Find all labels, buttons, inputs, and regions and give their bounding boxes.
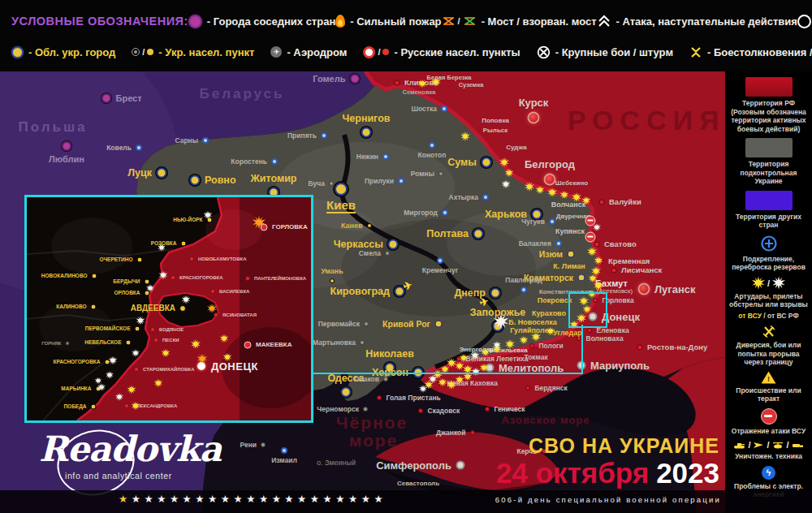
bursts-icon: / bbox=[752, 277, 785, 290]
city-label: Донецк bbox=[211, 361, 258, 372]
explosion-icon bbox=[95, 377, 102, 385]
city-dot bbox=[91, 304, 97, 310]
sidebar-item-text: Диверсия, бои или попытка прорыва через … bbox=[728, 341, 810, 367]
city-dot bbox=[171, 275, 175, 280]
city-label: Красногоровка bbox=[179, 275, 223, 280]
city-dot bbox=[482, 194, 489, 200]
legend-item-label: - Мост / взорван. мост bbox=[482, 15, 597, 28]
inset-connector-horizontal bbox=[309, 373, 583, 374]
city-label: Калиново bbox=[56, 304, 86, 310]
explosion-icon bbox=[191, 339, 201, 349]
city-label: Изюм bbox=[539, 250, 563, 259]
star-icon: ★ bbox=[157, 494, 166, 505]
star-icon: ★ bbox=[335, 494, 344, 505]
city-dot bbox=[360, 340, 365, 345]
region-label: Польша bbox=[18, 119, 87, 136]
star-icon: ★ bbox=[132, 494, 140, 505]
city-dot bbox=[486, 364, 495, 373]
star-icon: ★ bbox=[348, 494, 357, 505]
city-label: Авдеевка bbox=[131, 304, 175, 313]
explosion-icon bbox=[220, 334, 229, 343]
star-icon: ★ bbox=[374, 494, 382, 505]
city-dot bbox=[442, 209, 448, 216]
city-label: Орловка bbox=[114, 291, 140, 296]
legend-item-attack: - Атака, наступательные действия bbox=[597, 15, 797, 28]
city-dot bbox=[435, 321, 443, 328]
city-label: Чернигов bbox=[343, 114, 391, 124]
city-dot bbox=[91, 404, 97, 410]
date-day-month: 24 октября bbox=[496, 457, 649, 489]
city-dot bbox=[482, 157, 492, 168]
city-label: Водяное bbox=[159, 327, 184, 332]
city-label: Первомайск bbox=[318, 321, 360, 328]
city-dot bbox=[473, 229, 484, 239]
explosion-icon bbox=[115, 393, 123, 401]
artillery-rf-icon bbox=[772, 277, 785, 290]
city-dot bbox=[135, 326, 140, 332]
city-dot bbox=[181, 241, 187, 247]
city-label: Николаев bbox=[365, 349, 414, 360]
city-dot bbox=[398, 178, 404, 184]
city-label: Марьинка bbox=[61, 386, 91, 392]
city-dot bbox=[637, 345, 643, 351]
city-label: Очаков bbox=[354, 376, 379, 383]
region-label: Беларусь bbox=[199, 86, 284, 102]
sabotage-icon bbox=[762, 325, 776, 338]
city-dot bbox=[271, 158, 278, 165]
city-label: Полтава bbox=[426, 229, 469, 239]
city-label: Геническ bbox=[495, 406, 525, 413]
explosion-icon bbox=[460, 131, 470, 141]
legend-title: УСЛОВНЫЕ ОБОЗНАЧЕНИЯ: bbox=[11, 15, 188, 28]
star-icon: ★ bbox=[310, 494, 319, 505]
reinforce-icon bbox=[760, 235, 778, 252]
rus-settlement-icon: / bbox=[363, 46, 389, 58]
minor-label: Суджа bbox=[506, 144, 526, 151]
city-dot bbox=[244, 342, 252, 349]
star-icon: ★ bbox=[183, 494, 192, 505]
sidebar-item-warning: !Происшествие или теракт bbox=[728, 372, 810, 403]
city-dot bbox=[544, 174, 556, 186]
explosion-icon bbox=[132, 349, 140, 357]
minor-label: Рыльск bbox=[483, 127, 508, 134]
explosion-icon bbox=[472, 368, 481, 377]
city-label: Кривой Рог bbox=[382, 320, 430, 329]
city-label: Чугуев bbox=[521, 218, 545, 226]
explosion-icon bbox=[456, 362, 464, 371]
explosion-icon bbox=[136, 317, 145, 325]
city-dot bbox=[190, 175, 201, 186]
city-dot bbox=[529, 343, 534, 348]
legend-row-1: УСЛОВНЫЕ ОБОЗНАЧЕНИЯ: - Города соседних … bbox=[11, 11, 802, 31]
star-icon: ★ bbox=[246, 494, 255, 505]
city-dot bbox=[157, 168, 167, 179]
city-label: Сватово bbox=[604, 240, 637, 248]
city-dot bbox=[329, 181, 334, 186]
city-label: Новобахмутовка bbox=[198, 256, 247, 261]
explosion-icon bbox=[547, 188, 557, 197]
city-dot bbox=[124, 403, 129, 408]
city-label: Валуйки bbox=[609, 198, 641, 206]
city-dot bbox=[578, 274, 585, 282]
region-label: Чёрное bbox=[336, 413, 408, 433]
legend-item-bridge: /- Мост / взорван. мост bbox=[442, 15, 597, 28]
city-label: Макеевка bbox=[256, 342, 292, 348]
city-label: Волноваха bbox=[586, 335, 624, 343]
city-label: Шостка bbox=[412, 106, 438, 113]
city-dot bbox=[134, 367, 139, 372]
sidebar-item-tech: ///Уничтожен. техника bbox=[728, 440, 810, 461]
explosion-icon bbox=[106, 371, 114, 379]
legend-item-label: - Крупные бои / штурм bbox=[555, 46, 673, 58]
explosion-icon bbox=[447, 358, 456, 368]
legend-item-label: - Боестолкновения / позиционные бои bbox=[707, 46, 812, 58]
city-dot bbox=[153, 338, 158, 343]
repelled-attack-icon bbox=[585, 232, 596, 243]
city-dot bbox=[361, 127, 372, 138]
inset-marker-layer: Нью-ЙоркГорловкаРозовкаОчеретиноНовобахм… bbox=[27, 197, 311, 420]
city-label: Пологи bbox=[539, 343, 564, 350]
minor-label: Семеновка bbox=[403, 88, 436, 96]
legend-item-label: - Аэродром bbox=[287, 46, 347, 58]
city-label: Ровно bbox=[205, 175, 236, 186]
city-dot bbox=[335, 183, 348, 196]
logo-tagline: info and analytical center bbox=[65, 471, 221, 481]
sidebar-item-reinforce: Подкрепление, переброска резервов bbox=[728, 235, 810, 272]
star-icon: ★ bbox=[119, 494, 127, 505]
